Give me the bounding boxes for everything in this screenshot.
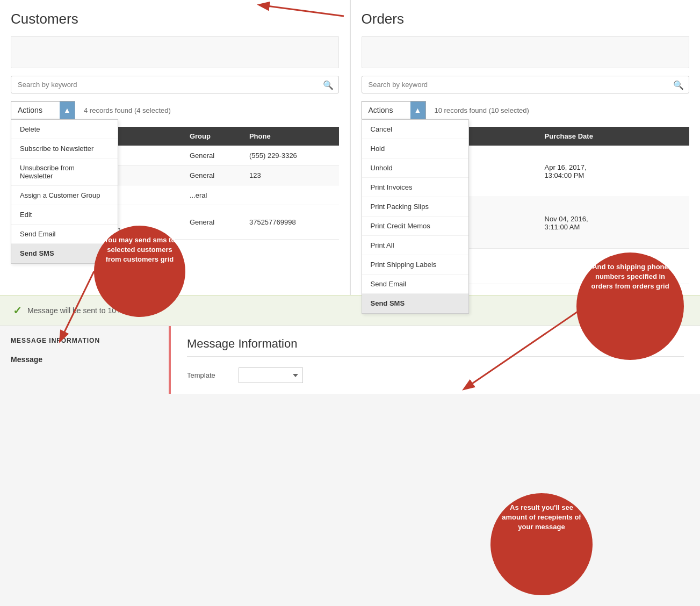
customers-action-unsubscribe[interactable]: Unsubscribe from Newsletter <box>11 158 118 186</box>
orders-action-send-sms[interactable]: Send SMS <box>362 294 468 313</box>
customers-search-container: 🔍 <box>11 76 339 93</box>
row-group: General <box>183 205 243 240</box>
customers-filter-bar <box>11 36 339 68</box>
row-purchase-date <box>538 249 689 284</box>
row-group: General <box>183 165 243 185</box>
orders-actions-dropdown[interactable]: Actions ▲ Cancel Hold Unhold Print Invoi… <box>362 101 426 119</box>
orders-dropdown-menu: Cancel Hold Unhold Print Invoices Print … <box>362 119 469 314</box>
message-sidebar-title: MESSAGE INFORMATION <box>11 337 158 344</box>
orders-action-print-shipping[interactable]: Print Shipping Labels <box>362 255 468 275</box>
row-phone: (555) 229-3326 <box>243 146 339 165</box>
orders-action-print-all[interactable]: Print All <box>362 236 468 255</box>
customers-action-subscribe[interactable]: Subscribe to Newsletter <box>11 139 118 158</box>
customers-action-send-sms[interactable]: Send SMS <box>11 244 118 263</box>
orders-panel: Orders 🔍 Actions ▲ Cancel Hold <box>351 0 701 295</box>
message-sidebar: MESSAGE INFORMATION Message <box>0 326 171 394</box>
orders-action-print-credit[interactable]: Print Credit Memos <box>362 217 468 236</box>
customers-action-edit[interactable]: Edit <box>11 205 118 225</box>
check-icon: ✓ <box>13 304 22 317</box>
customers-search-icon: 🔍 <box>323 80 334 90</box>
notification-text: Message will be sent to 10 recipients <box>27 306 150 315</box>
orders-search-input[interactable] <box>362 76 690 93</box>
customers-action-delete[interactable]: Delete <box>11 120 118 139</box>
message-section: MESSAGE INFORMATION Message Message Info… <box>0 326 700 394</box>
template-select[interactable] <box>239 367 303 383</box>
row-phone <box>243 185 339 205</box>
row-phone: 123 <box>243 165 339 185</box>
customers-search-input[interactable] <box>11 76 339 93</box>
orders-action-print-packing[interactable]: Print Packing Slips <box>362 197 468 217</box>
orders-action-print-invoices[interactable]: Print Invoices <box>362 178 468 197</box>
row-phone: 375257769998 <box>243 205 339 240</box>
notification-bar: ✓ Message will be sent to 10 recipients <box>0 295 700 326</box>
customers-actions-button[interactable]: Actions ▲ <box>11 101 75 119</box>
orders-action-cancel[interactable]: Cancel <box>362 120 468 139</box>
orders-action-send-email[interactable]: Send Email <box>362 275 468 294</box>
orders-action-unhold[interactable]: Unhold <box>362 158 468 178</box>
message-sidebar-label: Message <box>11 355 158 364</box>
orders-search-icon: 🔍 <box>673 80 684 90</box>
orders-actions-bar: Actions ▲ Cancel Hold Unhold Print Invoi… <box>362 101 690 119</box>
orders-records-count: 10 records found (10 selected) <box>435 106 529 114</box>
message-main: Message Information Template <box>171 326 700 394</box>
customers-panel: Customers 🔍 Actions ▲ Delete Subscribe t <box>0 0 350 295</box>
template-label: Template <box>187 371 230 379</box>
orders-filter-bar <box>362 36 690 68</box>
orders-actions-button[interactable]: Actions ▲ <box>362 101 426 119</box>
customers-actions-label: Actions <box>18 106 42 114</box>
orders-action-hold[interactable]: Hold <box>362 139 468 158</box>
customers-col-group: Group <box>183 127 243 146</box>
template-form-row: Template <box>187 367 684 383</box>
customers-action-assign-group[interactable]: Assign a Customer Group <box>11 186 118 205</box>
row-purchase-date: Nov 04, 2016,3:11:00 AM <box>538 197 689 249</box>
customers-action-send-email[interactable]: Send Email <box>11 225 118 244</box>
orders-actions-arrow-icon: ▲ <box>410 102 425 119</box>
orders-title: Orders <box>362 11 690 27</box>
row-purchase-date: Apr 16, 2017,13:04:00 PM <box>538 146 689 197</box>
message-main-title: Message Information <box>187 337 684 357</box>
customers-dropdown-menu: Delete Subscribe to Newsletter Unsubscri… <box>11 119 118 264</box>
orders-actions-label: Actions <box>369 106 393 114</box>
customers-actions-bar: Actions ▲ Delete Subscribe to Newsletter… <box>11 101 339 119</box>
customers-actions-arrow-icon: ▲ <box>60 102 75 119</box>
customers-records-count: 4 records found (4 selected) <box>84 106 171 114</box>
customers-col-phone: Phone <box>243 127 339 146</box>
orders-col-purchase-date: Purchase Date <box>538 127 689 146</box>
row-group: General <box>183 146 243 165</box>
orders-search-container: 🔍 <box>362 76 690 93</box>
row-group: ...eral <box>183 185 243 205</box>
customers-actions-dropdown[interactable]: Actions ▲ Delete Subscribe to Newsletter… <box>11 101 75 119</box>
customers-title: Customers <box>11 11 339 27</box>
